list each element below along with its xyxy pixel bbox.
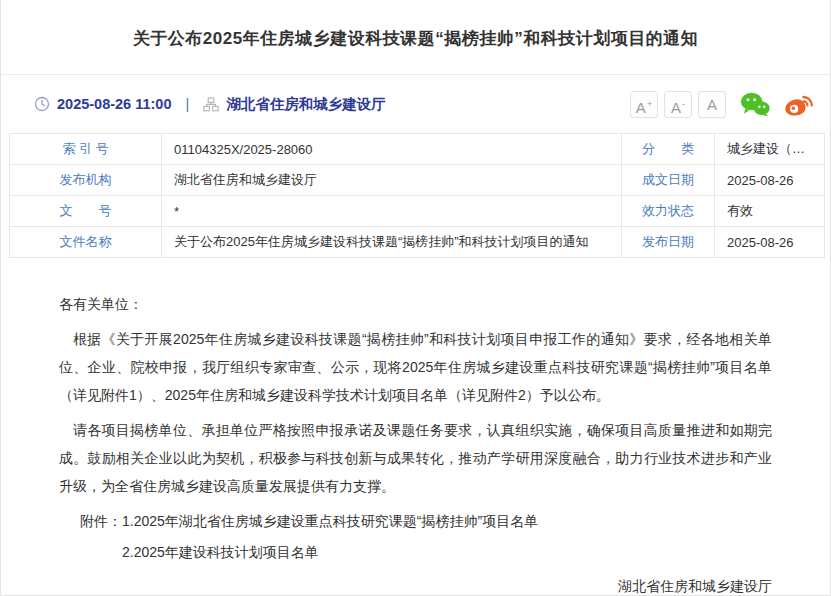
font-increase-button[interactable]: A+: [630, 91, 658, 118]
doc-number-value: *: [162, 196, 622, 227]
clock-icon: [34, 96, 50, 112]
plus-sign: +: [647, 99, 652, 109]
source-sitemap-icon: [203, 97, 219, 112]
page-title: 关于公布2025年住房城乡建设科技课题“揭榜挂帅”和科技计划项目的通知: [1, 0, 830, 50]
doc-name-label: 文件名称: [10, 227, 162, 258]
index-number-value: 01104325X/2025-28060: [162, 134, 622, 165]
font-reset-button[interactable]: A: [698, 91, 726, 118]
table-row: 索 引 号 01104325X/2025-28060 分 类 城乡建设（含住房）: [10, 134, 825, 165]
meta-info: 2025-08-26 11:00 | 湖北省住房和城乡建设厅: [34, 95, 386, 114]
category-label: 分 类: [622, 134, 715, 165]
weibo-share-icon[interactable]: [784, 92, 814, 117]
validity-status-value: 有效: [715, 196, 825, 227]
meta-tools: A+ A- A: [624, 91, 814, 118]
table-row: 文件名称 关于公布2025年住房城乡建设科技课题“揭榜挂帅”和科技计划项目的通知…: [10, 227, 825, 258]
font-decrease-button[interactable]: A-: [664, 91, 692, 118]
attachments-label: 附件：: [80, 513, 122, 529]
document-body: 各有关单位： 根据《关于开展2025年住房城乡建设科技课题“揭榜挂帅”和科技计划…: [1, 258, 830, 596]
body-paragraph-2: 请各项目揭榜单位、承担单位严格按照申报承诺及课题任务要求，认真组织实施，确保项目…: [59, 416, 772, 500]
article-header: 关于公布2025年住房城乡建设科技课题“揭榜挂帅”和科技计划项目的通知: [1, 0, 830, 75]
article-page: 关于公布2025年住房城乡建设科技课题“揭榜挂帅”和科技计划项目的通知 2025…: [0, 0, 831, 596]
document-info-table: 索 引 号 01104325X/2025-28060 分 类 城乡建设（含住房）…: [9, 133, 825, 258]
attachment-2: 2.2025年建设科技计划项目名单: [59, 538, 772, 566]
publish-datetime: 2025-08-26 11:00: [57, 96, 172, 112]
signature-agency: 湖北省住房和城乡建设厅: [59, 576, 772, 596]
meta-row: 2025-08-26 11:00 | 湖北省住房和城乡建设厅 A+ A- A: [1, 75, 830, 133]
doc-name-value: 关于公布2025年住房城乡建设科技课题“揭榜挂帅”和科技计划项目的通知: [162, 227, 622, 258]
doc-number-label: 文 号: [10, 196, 162, 227]
table-row: 文 号 * 效力状态 有效: [10, 196, 825, 227]
validity-status-label: 效力状态: [622, 196, 715, 227]
wechat-share-icon[interactable]: [740, 92, 770, 117]
index-number-label: 索 引 号: [10, 134, 162, 165]
issuing-agency-value: 湖北省住房和城乡建设厅: [162, 165, 622, 196]
signature-block: 湖北省住房和城乡建设厅 2025年8月26日: [59, 576, 772, 596]
meta-separator: |: [186, 96, 190, 112]
issuing-agency-label: 发布机构: [10, 165, 162, 196]
salutation: 各有关单位：: [59, 290, 772, 318]
publish-date-label: 发布日期: [622, 227, 715, 258]
publish-date-value: 2025-08-26: [715, 227, 825, 258]
written-date-label: 成文日期: [622, 165, 715, 196]
category-value: 城乡建设（含住房）: [715, 134, 825, 165]
attachment-1: 1.2025年湖北省住房城乡建设重点科技研究课题“揭榜挂帅”项目名单: [122, 513, 538, 529]
table-row: 发布机构 湖北省住房和城乡建设厅 成文日期 2025-08-26: [10, 165, 825, 196]
attachment-line-1: 附件：1.2025年湖北省住房城乡建设重点科技研究课题“揭榜挂帅”项目名单: [59, 507, 772, 535]
attachments-block: 附件：1.2025年湖北省住房城乡建设重点科技研究课题“揭榜挂帅”项目名单 2.…: [59, 507, 772, 566]
minus-sign: -: [682, 99, 685, 109]
written-date-value: 2025-08-26: [715, 165, 825, 196]
source-name: 湖北省住房和城乡建设厅: [226, 95, 386, 114]
body-paragraph-1: 根据《关于开展2025年住房城乡建设科技课题“揭榜挂帅”和科技计划项目申报工作的…: [59, 325, 772, 409]
